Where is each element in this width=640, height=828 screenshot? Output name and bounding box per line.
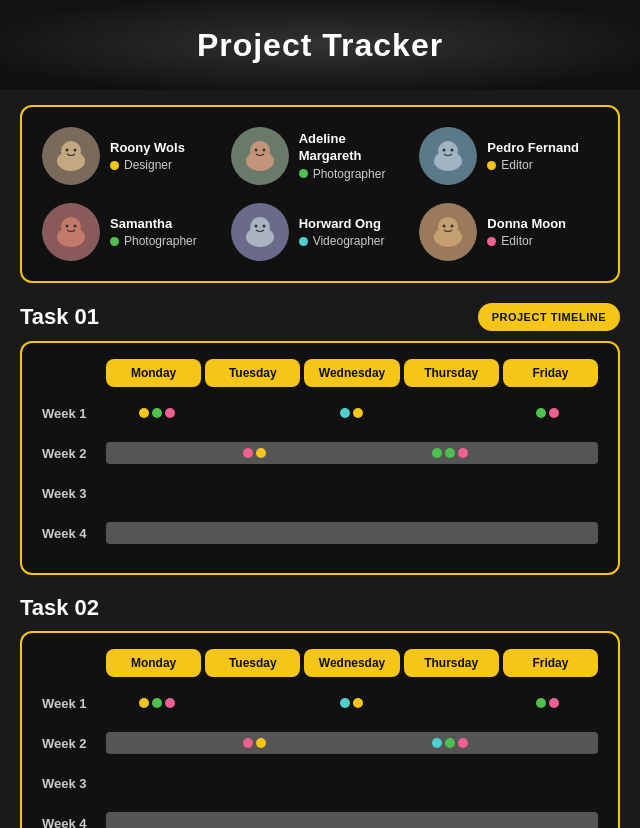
avatar-horward (231, 203, 289, 261)
dot-indicator (353, 698, 363, 708)
svg-point-9 (262, 149, 265, 152)
day-monday-task02: Monday (106, 649, 201, 677)
week-content-task01-1 (106, 400, 598, 426)
dot-cell-task02-3-1 (108, 770, 206, 796)
dot-cell-task01-4-3 (303, 520, 401, 546)
dots-grid-task01-3 (106, 480, 598, 506)
week-label-task01-4: Week 4 (42, 526, 102, 541)
member-role-horward: Videographer (299, 234, 385, 248)
role-label-adeline: Photographer (313, 167, 386, 181)
day-friday-task02: Friday (503, 649, 598, 677)
dot-cell-task01-4-1 (108, 520, 206, 546)
role-dot-samantha (110, 237, 119, 246)
dot-cell-task01-3-5 (498, 480, 596, 506)
svg-point-22 (250, 217, 270, 237)
dot-cell-task01-3-1 (108, 480, 206, 506)
tasks-container: Task 01PROJECT TIMELINEMondayTuesdayWedn… (20, 303, 620, 828)
svg-point-18 (66, 225, 69, 228)
member-name-adeline: Adeline Margareth (299, 131, 410, 165)
svg-point-27 (438, 217, 458, 237)
dot-indicator (243, 448, 253, 458)
timeline-card-task02: MondayTuesdayWednesdayThursdayFridayWeek… (20, 631, 620, 828)
dot-indicator (165, 698, 175, 708)
dot-cell-task02-3-4 (401, 770, 499, 796)
member-name-donna: Donna Moon (487, 216, 566, 233)
day-tuesday-task02: Tuesday (205, 649, 300, 677)
header: Project Tracker (0, 0, 640, 90)
dot-indicator (536, 408, 546, 418)
dot-cell-task02-4-5 (498, 810, 596, 828)
task-header-task02: Task 02 (20, 595, 620, 621)
week-label-task02-4: Week 4 (42, 816, 102, 829)
dot-indicator (549, 698, 559, 708)
svg-point-12 (438, 141, 458, 161)
week-content-task02-2 (106, 730, 598, 756)
avatar-samantha (42, 203, 100, 261)
dot-cell-task01-1-1 (108, 400, 206, 426)
dot-cell-task02-4-1 (108, 810, 206, 828)
svg-point-24 (262, 225, 265, 228)
svg-point-4 (74, 149, 77, 152)
dot-indicator (152, 408, 162, 418)
svg-point-2 (61, 141, 81, 161)
dot-cell-task02-2-5 (498, 730, 596, 756)
dot-indicator (340, 698, 350, 708)
team-member-adeline: Adeline Margareth Photographer (231, 127, 410, 185)
day-thursday-task02: Thursday (404, 649, 499, 677)
role-label-roony: Designer (124, 158, 172, 172)
week-content-task01-4 (106, 520, 598, 546)
team-member-horward: Horward Ong Videographer (231, 203, 410, 261)
role-label-horward: Videographer (313, 234, 385, 248)
dot-cell-task01-4-5 (498, 520, 596, 546)
dot-indicator (458, 448, 468, 458)
dot-cell-task02-2-3 (303, 730, 401, 756)
member-role-donna: Editor (487, 234, 566, 248)
dot-cell-task02-2-2 (206, 730, 304, 756)
svg-point-7 (250, 141, 270, 161)
dot-cell-task01-2-3 (303, 440, 401, 466)
avatar-pedro (419, 127, 477, 185)
svg-point-14 (451, 149, 454, 152)
dot-indicator (165, 408, 175, 418)
dot-cell-task02-3-2 (206, 770, 304, 796)
member-role-pedro: Editor (487, 158, 579, 172)
dot-cell-task01-1-4 (401, 400, 499, 426)
svg-point-29 (451, 225, 454, 228)
dot-indicator (340, 408, 350, 418)
svg-point-23 (254, 225, 257, 228)
dot-cell-task02-1-2 (206, 690, 304, 716)
dot-cell-task01-3-4 (401, 480, 499, 506)
member-info-donna: Donna Moon Editor (487, 216, 566, 249)
week-label-task01-3: Week 3 (42, 486, 102, 501)
task-section-task01: Task 01PROJECT TIMELINEMondayTuesdayWedn… (20, 303, 620, 575)
dot-cell-task02-4-4 (401, 810, 499, 828)
dot-cell-task01-1-5 (498, 400, 596, 426)
member-role-adeline: Photographer (299, 167, 410, 181)
task-section-task02: Task 02MondayTuesdayWednesdayThursdayFri… (20, 595, 620, 828)
task-title-task02: Task 02 (20, 595, 99, 621)
dot-indicator (243, 738, 253, 748)
project-timeline-button[interactable]: PROJECT TIMELINE (478, 303, 620, 331)
dot-cell-task01-4-2 (206, 520, 304, 546)
dot-cell-task01-3-3 (303, 480, 401, 506)
week-row-task02-4: Week 4 (42, 807, 598, 828)
member-name-roony: Roony Wols (110, 140, 185, 157)
role-dot-adeline (299, 169, 308, 178)
dot-cell-task01-4-4 (401, 520, 499, 546)
svg-point-3 (66, 149, 69, 152)
team-member-roony: Roony Wols Designer (42, 127, 221, 185)
team-member-donna: Donna Moon Editor (419, 203, 598, 261)
dot-cell-task02-4-2 (206, 810, 304, 828)
dot-indicator (256, 738, 266, 748)
page-title: Project Tracker (197, 27, 443, 64)
week-content-task01-3 (106, 480, 598, 506)
week-content-task02-1 (106, 690, 598, 716)
dots-grid-task02-2 (106, 730, 598, 756)
week-row-task02-3: Week 3 (42, 767, 598, 799)
dot-cell-task02-1-4 (401, 690, 499, 716)
day-tuesday-task01: Tuesday (205, 359, 300, 387)
dots-grid-task01-1 (106, 400, 598, 426)
dot-indicator (432, 738, 442, 748)
dot-indicator (139, 698, 149, 708)
dot-cell-task01-2-4 (401, 440, 499, 466)
